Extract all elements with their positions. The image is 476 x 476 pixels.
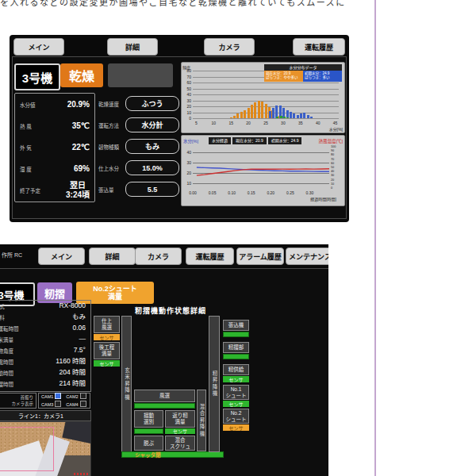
dryer-settings-panel: 乾燥速度ふつう運転方法水分計穀物種類もみ仕上水分15.0%張込量5.5 — [98, 93, 179, 201]
histogram-bar — [248, 108, 250, 119]
setting-row: 穀物種類もみ — [98, 136, 179, 157]
y-tick: 20 — [182, 104, 191, 109]
spec-row: 稼動時間204 時間 — [0, 367, 90, 378]
moisture-trend-chart: 水分[%]水分経過現在水分：20.9初期水分：24.9熱風温度[℃]102030… — [181, 135, 345, 206]
spec-label: 籾摺時間 — [0, 380, 13, 388]
camera-control-labels: 首振り カメラ表示 — [0, 393, 36, 409]
spec-label: 稼動時間 — [0, 369, 13, 377]
huller-tab-6[interactable]: メンテナンス — [286, 248, 328, 265]
y-tick: 40 — [182, 92, 191, 97]
x-tick: 20 — [244, 121, 252, 125]
spec-label: 原 料 — [0, 313, 5, 321]
grid-line — [193, 101, 339, 102]
reading-value: 69% — [74, 164, 90, 174]
trend-lines — [182, 136, 344, 205]
setting-label: 仕上水分 — [98, 164, 119, 172]
setting-button[interactable]: もみ — [125, 139, 179, 154]
spec-value: — — [79, 336, 86, 344]
spec-row: 籾摺時間214 時間 — [0, 378, 90, 390]
reading-label: 湿 度 — [20, 165, 32, 173]
spec-value: もみ — [72, 313, 86, 321]
camera-checkbox[interactable] — [55, 393, 61, 399]
huller-corner-label: 作所 RC — [2, 251, 22, 259]
y-tick: 60 — [182, 80, 191, 85]
setting-button[interactable]: 15.0% — [125, 160, 179, 175]
camera-select-row: CAM1CAM2 — [41, 393, 90, 401]
camera-checkbox[interactable] — [80, 393, 86, 399]
camera-checkbox[interactable] — [55, 401, 61, 407]
huller-tab-2[interactable]: 詳細 — [89, 248, 136, 265]
setting-row: 運転方法水分計 — [98, 114, 179, 136]
spec-value: 204 時間 — [59, 369, 86, 377]
y-tick: 30 — [182, 98, 191, 103]
page-divider-line — [374, 0, 376, 476]
huller-tab-1[interactable]: メイン — [38, 248, 85, 265]
reading-row: 水分値20.9% — [15, 94, 94, 115]
reading-row: 外 気22℃ — [15, 136, 94, 158]
y-tick: 50 — [182, 86, 191, 91]
camera-option-label: CAM3 — [41, 402, 53, 407]
histogram-legend: 水分分布データ現在水分：20.9ばらつき：やや多い初期水分：24.9ばらつき：多… — [264, 64, 342, 82]
dryer-mode-badge: 乾燥 — [60, 63, 103, 87]
x-tick: 5 — [192, 121, 200, 125]
y-tick: 70 — [182, 75, 191, 79]
dryer-empty-status-box — [108, 63, 173, 87]
histogram-bar — [254, 102, 256, 118]
x-tick: 30 — [279, 121, 287, 125]
huller-tab-3[interactable]: カメラ — [135, 248, 182, 265]
camera-image — [0, 421, 91, 476]
y-tick: 0 — [182, 116, 191, 121]
reading-row: 湿 度69% — [15, 158, 94, 179]
reading-value: 35℃ — [72, 121, 90, 131]
grid-line — [193, 89, 339, 90]
legend-entry-detail: ばらつき：多い — [305, 75, 340, 79]
page-caption: を入れるなどの設定変更が圃場やご自宅など乾燥機と離れていてもスムーズに — [0, 0, 373, 7]
x-tick: 10 — [209, 121, 217, 125]
dryer-tab-1[interactable]: メイン — [13, 38, 64, 56]
spec-label: 通電時間 — [0, 358, 13, 366]
histogram-bar — [280, 116, 282, 118]
camera-option-label: CAM2 — [66, 394, 78, 399]
dryer-panel: メイン詳細カメラ運転履歴 3号機 乾燥 水分値20.9%熱 風35℃外 気22℃… — [10, 35, 349, 222]
huller-specs-panel: 型 式RX-8000原 料もみ残運転時間0.06玄米満量—穀物角度7.5°通電時… — [0, 300, 91, 392]
histogram-bar — [290, 112, 292, 118]
spec-value: 0.06 — [72, 324, 86, 332]
reading-value: 22℃ — [72, 143, 90, 152]
spec-row: 原 料もみ — [0, 312, 90, 323]
x-tick: 15 — [227, 121, 235, 125]
dryer-tab-2[interactable]: 詳細 — [107, 38, 158, 56]
camera-roi-rect — [0, 427, 54, 471]
spec-label: 型 式 — [0, 302, 5, 310]
dryer-tab-3[interactable]: カメラ — [204, 38, 255, 56]
legend-entry: 初期水分：24.9ばらつき：多い — [303, 71, 342, 82]
huller-tab-5[interactable]: アラーム履歴 — [236, 248, 284, 265]
histogram-bar — [286, 117, 289, 119]
setting-button[interactable]: ふつう — [125, 96, 179, 111]
y-tick: 10 — [182, 110, 191, 115]
flow-title: 籾摺機動作状態詳細 — [135, 305, 206, 316]
reading-row: 終了予定翌日 3:24頃 — [15, 179, 94, 201]
setting-label: 乾燥速度 — [98, 100, 119, 108]
setting-button[interactable]: 水分計 — [125, 117, 179, 132]
camera-checkbox[interactable] — [80, 401, 86, 407]
setting-label: 穀物種類 — [98, 143, 119, 151]
setting-label: 張込量 — [98, 186, 114, 194]
huller-tab-4[interactable]: 運転履歴 — [186, 248, 234, 265]
histogram-bar — [230, 117, 232, 119]
x-axis-label: 水分[%] — [329, 126, 343, 132]
histogram-bar — [236, 113, 239, 118]
spec-value: RX-8000 — [59, 302, 86, 310]
dryer-readings-panel: 水分値20.9%熱 風35℃外 気22℃湿 度69%終了予定翌日 3:24頃 — [14, 93, 95, 202]
camera-timestamp-mark — [74, 473, 88, 475]
setting-button[interactable]: 5.5 — [125, 182, 179, 197]
histogram-bar — [233, 116, 236, 118]
camera-select-row: CAM3CAM4 — [41, 401, 90, 409]
legend-entry-detail: ばらつき：やや多い — [266, 75, 301, 79]
reading-label: 終了予定 — [20, 186, 40, 194]
histogram-bar — [300, 113, 302, 118]
setting-row: 仕上水分15.0% — [98, 157, 179, 178]
setting-label: 運転方法 — [98, 121, 119, 129]
dryer-tab-4[interactable]: 運転履歴 — [293, 38, 345, 56]
spec-row: 通電時間1160 時間 — [0, 356, 90, 367]
reading-value: 20.9% — [67, 100, 90, 109]
